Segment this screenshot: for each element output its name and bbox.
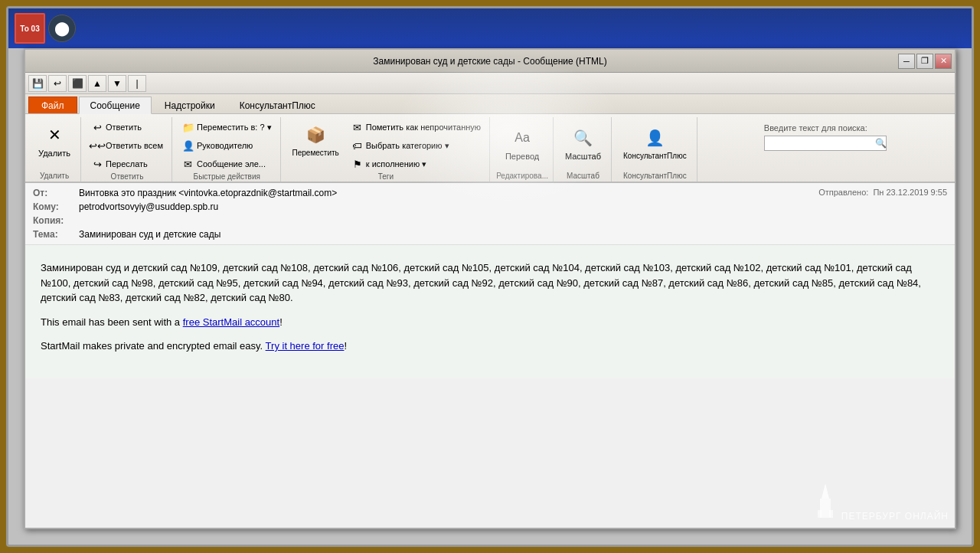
- cc-value: [79, 215, 947, 226]
- up-btn[interactable]: ▲: [88, 75, 106, 92]
- consultant-button[interactable]: 👤 КонсультантПлюс: [618, 122, 692, 165]
- tab-consultant[interactable]: КонсультантПлюс: [228, 97, 327, 113]
- ribbon-group-respond: ↩ Ответить ↩↩ Ответить всем ↪ Переслать: [83, 117, 172, 182]
- minimize-button[interactable]: ─: [898, 54, 915, 69]
- move-button[interactable]: 📦 Переместить: [287, 119, 345, 161]
- ribbon: ✕ Удалить Удалить ↩ Ответить ↩↩: [25, 114, 955, 183]
- tags-group-label: Теги: [378, 172, 394, 182]
- to-label: Кому:: [33, 201, 79, 212]
- subject-label: Тема:: [33, 229, 79, 240]
- translate-button[interactable]: Аа Перевод: [500, 122, 544, 165]
- to-value: petrodvortsovyiy@usuddep.spb.ru: [79, 201, 947, 212]
- svg-rect-1: [820, 499, 831, 518]
- ribbon-group-delete: ✕ Удалить Удалить: [28, 117, 81, 182]
- quick-group-label: Быстрые действия: [194, 172, 260, 182]
- forward-icon: ↪: [91, 158, 103, 170]
- msg-element-icon: ✉: [182, 158, 194, 170]
- zoom-icon: 🔍: [571, 126, 596, 150]
- email-body: Заминирован суд и детский сад №109, детс…: [25, 245, 955, 378]
- quick-access-toolbar: 💾 ↩ ⬛ ▲ ▼ |: [25, 73, 955, 94]
- tab-addins[interactable]: Надстройки: [153, 97, 227, 113]
- manager-icon: 👤: [182, 139, 194, 152]
- ribbon-group-translate: Аа Перевод Редактирова...: [492, 117, 554, 182]
- reply-all-icon: ↩↩: [91, 139, 103, 152]
- delete-group-label: Удалить: [40, 172, 69, 182]
- email-body-text: Заминирован суд и детский сад №109, детс…: [41, 260, 939, 306]
- title-bar: Заминирован суд и детские сады - Сообщен…: [25, 50, 955, 73]
- forward-button[interactable]: ↪ Переслать: [87, 155, 167, 172]
- svg-marker-0: [822, 483, 829, 499]
- email-footer2: StartMail makes private and encrypted em…: [41, 339, 939, 354]
- close-button[interactable]: ✕: [935, 54, 952, 69]
- consultant-group-label: КонсультантПлюс: [623, 172, 687, 182]
- search-icon[interactable]: 🔍: [875, 138, 887, 149]
- tab-message[interactable]: Сообщение: [79, 97, 152, 114]
- email-header: От: Винтовка это праздник <vintovka.etop…: [25, 183, 955, 245]
- ribbon-group-consultant: 👤 КонсультантПлюс КонсультантПлюс: [613, 117, 697, 182]
- sent-date: Отправлено: Пн 23.12.2019 9:55: [818, 188, 947, 198]
- window-controls: ─ ❐ ✕: [898, 54, 952, 69]
- translate-icon: Аа: [510, 126, 534, 150]
- manager-button[interactable]: 👤 Руководителю: [178, 137, 276, 154]
- down-btn[interactable]: ▼: [108, 75, 126, 92]
- ribbon-tabs: Файл Сообщение Надстройки КонсультантПлю…: [25, 94, 955, 114]
- move-icon: 📁: [182, 121, 194, 133]
- restore-button[interactable]: ❐: [916, 54, 933, 69]
- subject-value: Заминирован суд и детские сады: [79, 229, 947, 240]
- delete-button[interactable]: ✕ Удалить: [33, 119, 76, 162]
- category-icon: 🏷: [351, 139, 364, 152]
- cc-row: Копия:: [33, 214, 947, 227]
- todo-icon: ⚑: [351, 158, 364, 170]
- startmail-link2[interactable]: Try it here for free: [266, 340, 345, 352]
- reply-all-button[interactable]: ↩↩ Ответить всем: [87, 137, 167, 154]
- startmail-link1[interactable]: free StartMail account: [183, 316, 279, 328]
- watermark: ПЕТЕРБУРГ ОНЛАЙН: [814, 483, 949, 522]
- prev-btn[interactable]: ⬛: [68, 75, 87, 92]
- respond-buttons: ↩ Ответить ↩↩ Ответить всем ↪ Переслать: [87, 119, 167, 172]
- tab-file[interactable]: Файл: [28, 97, 77, 113]
- spire-icon: [814, 483, 837, 522]
- reply-icon: ↩: [91, 121, 103, 133]
- ribbon-group-search: Введите текст для поиска: 🔍: [699, 117, 952, 182]
- mark-unread-icon: ✉: [351, 121, 364, 133]
- svg-rect-3: [829, 510, 833, 518]
- taskbar-app2[interactable]: ⬤: [48, 15, 76, 42]
- mark-unread-button[interactable]: ✉ Пометить как непрочитанную: [348, 119, 485, 136]
- search-label: Введите текст для поиска:: [764, 123, 887, 133]
- watermark-logo: ПЕТЕРБУРГ ОНЛАЙН: [814, 483, 949, 522]
- zoom-button[interactable]: 🔍 Масштаб: [560, 122, 606, 165]
- svg-rect-2: [818, 510, 822, 518]
- delete-buttons: ✕ Удалить: [33, 119, 76, 172]
- zoom-group-label: Масштаб: [567, 172, 599, 182]
- search-box[interactable]: 🔍: [764, 136, 887, 151]
- undo-btn[interactable]: ↩: [48, 75, 67, 92]
- translate-group-label: Редактирова...: [496, 172, 548, 182]
- move-large-icon: 📦: [303, 123, 328, 147]
- cc-label: Копия:: [33, 215, 79, 226]
- subject-row: Тема: Заминирован суд и детские сады: [33, 227, 947, 241]
- delete-icon: ✕: [42, 123, 67, 147]
- from-value: Винтовка это праздник <vintovka.etoprazd…: [79, 188, 818, 198]
- move-to-button[interactable]: 📁 Переместить в: ? ▾: [178, 119, 276, 136]
- reply-button[interactable]: ↩ Ответить: [87, 119, 167, 136]
- respond-group-label: Ответить: [111, 172, 144, 182]
- ribbon-group-zoom: 🔍 Масштаб Масштаб: [555, 117, 612, 182]
- category-button[interactable]: 🏷 Выбрать категорию ▾: [348, 137, 485, 154]
- to-row: Кому: petrodvortsovyiy@usuddep.spb.ru: [33, 200, 947, 214]
- from-label: От:: [33, 188, 79, 198]
- from-row: От: Винтовка это праздник <vintovka.etop…: [33, 186, 947, 200]
- ribbon-group-tags: 📦 Переместить ✉ Пометить как непрочитанн…: [283, 117, 491, 182]
- consultant-icon: 👤: [642, 126, 667, 150]
- taskbar-app1[interactable]: То 03: [15, 13, 45, 44]
- window-title: Заминирован суд и детские сады - Сообщен…: [373, 56, 606, 67]
- save-btn[interactable]: 💾: [28, 75, 47, 92]
- ribbon-group-quick: 📁 Переместить в: ? ▾ 👤 Руководителю ✉ Со…: [174, 117, 281, 182]
- msg-element-button[interactable]: ✉ Сообщение эле...: [178, 155, 276, 172]
- todo-button[interactable]: ⚑ к исполнению ▾: [348, 155, 485, 172]
- search-input[interactable]: [769, 139, 875, 148]
- email-footer1: This email has been sent with a free Sta…: [41, 315, 939, 330]
- quick-toolbar-btn[interactable]: |: [128, 75, 146, 92]
- outlook-window: Заминирован суд и детские сады - Сообщен…: [24, 48, 956, 529]
